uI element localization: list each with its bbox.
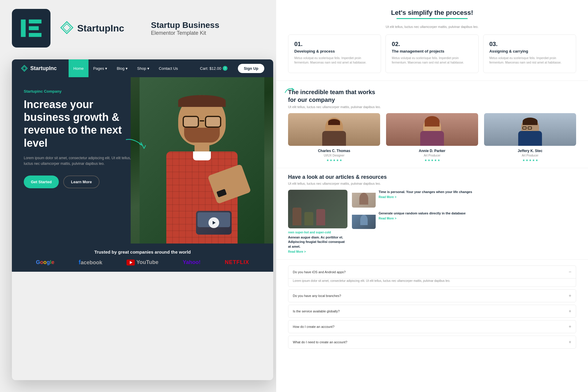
process-card-2: 02. The management of projects Metus vol… [385, 34, 478, 73]
process-section-subtitle: Ut elit tellus, luctus nec ullamcorper m… [288, 25, 576, 29]
star-3-m2: ★ [431, 159, 434, 162]
faq-section: Do you have iOS and Android apps? − Lore… [276, 260, 588, 355]
article-small-readmore-2[interactable]: Read More > [379, 217, 576, 220]
product-subtitle: Elementor Template Kit [151, 30, 219, 36]
member-3-face [518, 116, 542, 146]
glasses-3-left [522, 127, 527, 129]
netflix-logo: NETFLIX [225, 259, 249, 265]
article-small-readmore-1[interactable]: Read More > [379, 195, 576, 199]
nav-item-home[interactable]: Home [69, 59, 88, 77]
hero-section: Startupinc Company Increase your busines… [12, 77, 273, 244]
person-c [316, 209, 325, 225]
article-small-title-2: Generate unique random values directly i… [379, 211, 576, 216]
play-button[interactable] [208, 217, 219, 228]
star-1-m3: ★ [522, 159, 525, 162]
nav-brand-text: StartupInc [30, 65, 57, 72]
hero-buttons: Get Started Learn More [24, 176, 137, 188]
team-member-2: Annie D. Parker Art Producer ★ ★ ★ ★ ★ [386, 113, 478, 162]
nav-item-pages[interactable]: Pages ▾ [88, 59, 112, 77]
process-title-3: Assigning & carrying [489, 49, 570, 53]
process-text-3: Metus volutpat eu scelerisque felis. Imp… [489, 56, 570, 65]
hero-tag: Startupinc Company [24, 89, 137, 94]
member-1-face [322, 116, 346, 146]
article-small-img-1 [352, 190, 376, 208]
articles-right: Time is personal. Your year changes when… [352, 190, 576, 253]
nav-diamond-icon [21, 65, 28, 72]
member-avatar-1 [288, 113, 380, 146]
nav-item-shop[interactable]: Shop ▾ [132, 59, 154, 77]
faq-item-3[interactable]: Is the service available globally? + [288, 305, 576, 318]
hair-1 [328, 119, 340, 125]
small-img-1-bg [352, 193, 376, 208]
diamond-icon [59, 20, 74, 36]
article-small-title-1: Time is personal. Your year changes when… [379, 190, 576, 194]
signup-button[interactable]: Sign Up [238, 64, 264, 73]
process-card-3: 03. Assigning & carrying Metus volutpat … [483, 34, 576, 73]
team-section-subtitle: Ut elit tellus, luctus nec ullamcorper m… [288, 105, 576, 109]
hair-3 [523, 118, 538, 125]
faq-item-1: Do you have iOS and Android apps? − Lore… [288, 265, 576, 287]
member-2-face [420, 116, 444, 146]
nav-item-blog[interactable]: Blog ▾ [112, 59, 132, 77]
star-5: ★ [339, 159, 342, 162]
article-small-content-1: Time is personal. Your year changes when… [379, 190, 576, 199]
video-thumbnail[interactable] [196, 211, 232, 235]
faq-item-5[interactable]: What do I need to create an account? + [288, 336, 576, 349]
elementor-logo-icon [19, 16, 43, 40]
hair [178, 95, 226, 107]
article-main-title: Aenean augue diam. Ac porttitor et. Adip… [288, 235, 347, 249]
startupinc-brand-text: StartupInc [77, 23, 124, 34]
person-head [178, 95, 226, 146]
article-main-image [288, 190, 347, 228]
article-small-content-2: Generate unique random values directly i… [379, 211, 576, 220]
body-shape-3 [518, 131, 542, 146]
product-main-title: Startup Business [151, 20, 219, 30]
website-mockup: StartupInc Home Pages ▾ Blog ▾ Shop ▾ Co… [12, 59, 273, 380]
star-2: ★ [330, 159, 332, 162]
hero-description: Lorem ipsum dolor sit amet, consectetur … [24, 155, 137, 167]
star-5-m2: ★ [437, 159, 440, 162]
small-img-2-bg [352, 215, 376, 229]
faq-question-3: Is the service available globally? [293, 309, 340, 313]
cart-label: Cart: $12.00 [200, 66, 221, 71]
member-name-1: Charles C. Thomas [288, 149, 380, 153]
trusted-title: Trusted by great companies around the wo… [24, 249, 261, 255]
svg-rect-2 [29, 26, 39, 30]
right-content: Let's simplify the process! Ut elit tell… [276, 0, 588, 392]
nav-item-contact[interactable]: Contact Us [154, 59, 183, 77]
branding-area: StartupInc Startup Business Elementor Te… [12, 9, 219, 48]
nav-items: Home Pages ▾ Blog ▾ Shop ▾ Contact Us [69, 59, 183, 77]
star-5-m3: ★ [535, 159, 538, 162]
faq-item-4[interactable]: How do I create an account? + [288, 320, 576, 333]
faq-answer-1: Lorem ipsum dolor sit amet, consectetur … [288, 276, 576, 287]
member-name-2: Annie D. Parker [386, 149, 478, 153]
process-text-1: Metus volutpat eu scelerisque felis. Imp… [294, 56, 375, 65]
watch [216, 189, 227, 197]
glasses-3-right [528, 127, 532, 129]
svg-rect-0 [21, 20, 26, 37]
nav-cart: Cart: $12.00 7 [200, 66, 227, 71]
team-section: The incredible team that works for our c… [276, 81, 588, 168]
faq-icon-2: + [569, 293, 571, 298]
learn-more-button[interactable]: Learn More [63, 176, 99, 188]
product-title-area: Startup Business Elementor Template Kit [151, 20, 219, 36]
svg-rect-1 [29, 20, 42, 23]
glasses-left [183, 116, 199, 128]
facebook-logo: facebook [79, 259, 102, 266]
member-photo-bg-1 [288, 113, 380, 146]
articles-subtitle: Ut elit tellus, luctus nec ullamcorper m… [288, 182, 576, 185]
faq-items-list: Do you have iOS and Android apps? − Lore… [288, 265, 576, 349]
star-3: ★ [333, 159, 336, 162]
body-shape-2 [420, 131, 444, 146]
star-1-m2: ★ [424, 159, 427, 162]
faq-item-2[interactable]: Do you have any local branches? + [288, 289, 576, 302]
hero-title: Increase your business growth & revenue … [24, 98, 137, 149]
member-rating-3: ★ ★ ★ ★ ★ [484, 159, 576, 162]
process-title-1: Developing & process [294, 49, 375, 53]
process-accent-line [396, 18, 468, 19]
article-img-placeholder [288, 190, 347, 228]
process-num-1: 01. [294, 41, 375, 48]
get-started-button[interactable]: Get Started [24, 176, 59, 188]
article-read-more[interactable]: Read More > [288, 250, 347, 253]
office-people [293, 208, 325, 225]
